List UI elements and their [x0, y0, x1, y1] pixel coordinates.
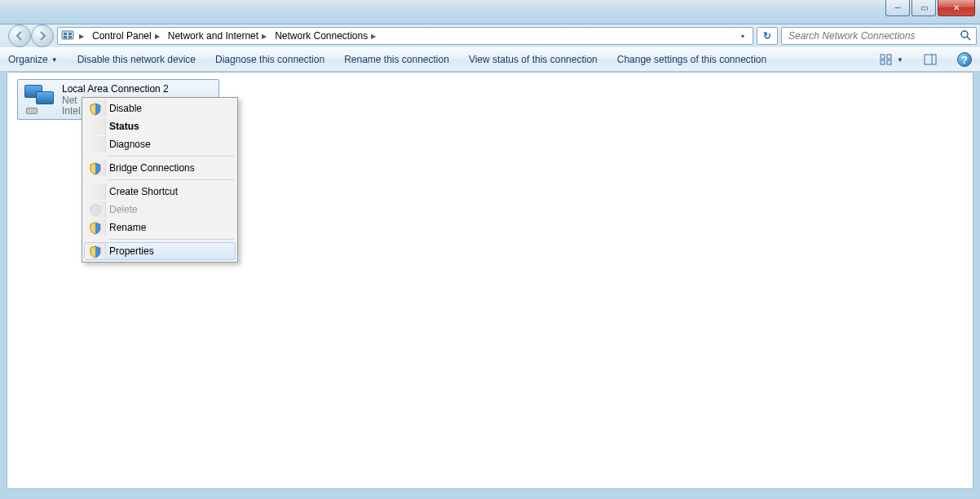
svg-rect-1 — [64, 33, 67, 35]
nav-buttons — [8, 24, 54, 47]
svg-rect-4 — [68, 36, 72, 38]
menu-status[interactable]: Status — [84, 117, 236, 135]
organize-menu[interactable]: Organize▼ — [8, 54, 58, 65]
navigation-row: ▶ Control Panel▶ Network and Internet▶ N… — [0, 24, 980, 47]
menu-separator — [108, 179, 234, 180]
breadcrumb-item[interactable]: Network and Internet▶ — [165, 28, 270, 44]
menu-separator — [108, 239, 234, 240]
svg-rect-3 — [64, 36, 67, 38]
change-settings-button[interactable]: Change settings of this connection — [617, 54, 766, 65]
view-status-button[interactable]: View status of this connection — [469, 54, 598, 65]
svg-rect-7 — [881, 55, 885, 59]
disable-device-button[interactable]: Disable this network device — [77, 54, 196, 65]
svg-rect-10 — [887, 60, 891, 64]
menu-bridge[interactable]: Bridge Connections — [84, 159, 236, 177]
close-button[interactable]: ✕ — [938, 0, 975, 16]
svg-rect-2 — [68, 33, 72, 35]
preview-pane-button[interactable] — [923, 52, 938, 67]
shield-icon — [89, 103, 102, 116]
command-bar: Organize▼ Disable this network device Di… — [0, 47, 980, 72]
refresh-button[interactable]: ↻ — [757, 27, 778, 45]
menu-disable[interactable]: Disable — [84, 99, 236, 117]
shield-icon — [89, 222, 102, 235]
preview-pane-icon — [923, 52, 938, 67]
rename-connection-button[interactable]: Rename this connection — [344, 54, 449, 65]
window-titlebar: ─ ▭ ✕ — [0, 0, 980, 24]
menu-create-shortcut[interactable]: Create Shortcut — [84, 183, 236, 201]
search-icon — [960, 29, 971, 43]
breadcrumb-root-arrow[interactable]: ▶ — [76, 28, 87, 44]
menu-properties[interactable]: Properties — [84, 242, 236, 260]
window-controls: ─ ▭ ✕ — [885, 0, 975, 16]
connection-name: Local Area Connection 2 — [62, 83, 169, 95]
diagnose-connection-button[interactable]: Diagnose this connection — [215, 54, 324, 65]
shield-icon — [89, 162, 102, 175]
refresh-icon: ↻ — [763, 30, 771, 42]
address-bar[interactable]: ▶ Control Panel▶ Network and Internet▶ N… — [57, 27, 753, 45]
svg-rect-8 — [887, 55, 891, 59]
svg-line-6 — [967, 37, 970, 40]
network-adapter-icon — [23, 83, 55, 116]
menu-separator — [108, 156, 234, 157]
svg-rect-11 — [925, 55, 936, 64]
breadcrumb-item[interactable]: Network Connections▶ — [271, 28, 379, 44]
address-dropdown[interactable]: ▾ — [736, 33, 749, 40]
search-input[interactable] — [787, 29, 956, 42]
maximize-button[interactable]: ▭ — [912, 0, 936, 16]
help-button[interactable]: ? — [957, 52, 972, 67]
minimize-button[interactable]: ─ — [885, 0, 910, 16]
view-options-button[interactable]: ▼ — [879, 52, 903, 67]
svg-rect-9 — [881, 60, 885, 64]
forward-button[interactable] — [31, 24, 54, 47]
control-panel-icon — [61, 29, 74, 42]
menu-diagnose[interactable]: Diagnose — [84, 135, 236, 153]
breadcrumb-item[interactable]: Control Panel▶ — [89, 28, 163, 44]
search-box[interactable] — [781, 27, 977, 45]
context-menu: Disable Status Diagnose Bridge Connectio… — [82, 97, 238, 263]
shield-icon — [89, 245, 102, 258]
svg-point-5 — [961, 31, 968, 38]
help-icon: ? — [957, 52, 972, 67]
shield-icon — [89, 204, 102, 217]
menu-rename[interactable]: Rename — [84, 219, 236, 236]
back-button[interactable] — [8, 24, 31, 47]
menu-delete: Delete — [84, 201, 236, 219]
view-options-icon — [879, 52, 894, 67]
